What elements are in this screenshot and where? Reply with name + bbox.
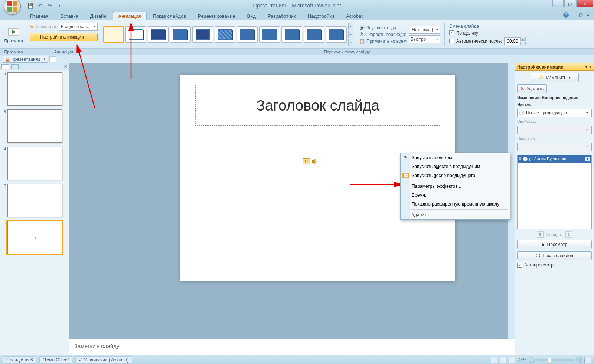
transition-none[interactable] xyxy=(103,26,124,43)
context-menu-item[interactable]: Время... xyxy=(401,191,510,200)
thumb-num: 3 xyxy=(1,109,6,143)
move-down-button[interactable]: ⬇ xyxy=(565,231,572,238)
slide-thumbnail[interactable] xyxy=(7,109,62,143)
ribbon-tabs: Главная Вставка Дизайн Анимация Показ сл… xyxy=(0,11,594,20)
animation-settings-button[interactable]: ✨ Настройка анимации xyxy=(30,33,98,41)
slide-thumbnail[interactable] xyxy=(7,184,62,217)
slide-thumbnail[interactable] xyxy=(7,221,62,254)
spellcheck-icon: ✓ xyxy=(79,357,82,363)
speed-combo[interactable]: Быстро▾ xyxy=(409,35,440,43)
gallery-up[interactable]: ▴ xyxy=(348,23,353,30)
sound-combo[interactable]: [Нет звука]▾ xyxy=(409,26,440,34)
transition-2[interactable] xyxy=(148,26,169,43)
qat-dropdown-icon[interactable]: ▾ xyxy=(56,2,63,9)
star-change-icon: ✨ xyxy=(538,75,544,80)
tab-addins[interactable]: Надстройки xyxy=(302,12,340,20)
animation-list[interactable]: 0 🕒 ▷ Лидия Русланова ... ▾ xyxy=(517,155,592,229)
sound-object[interactable]: 0 xyxy=(303,158,318,165)
tab-home[interactable]: Главная xyxy=(25,12,54,20)
tab-review[interactable]: Рецензирование xyxy=(192,12,241,20)
slideshow-button[interactable]: 🖵 Показ слайдов xyxy=(517,251,592,260)
play-preview-button[interactable]: ▶ Просмотр xyxy=(517,240,592,249)
tab-slideshow[interactable]: Показ слайдов xyxy=(147,12,192,20)
title-placeholder[interactable]: Заголовок слайда xyxy=(195,85,440,126)
context-menu-item[interactable]: 🖱Запускать щелчком xyxy=(401,153,510,162)
context-menu-item[interactable]: Параметры эффектов... xyxy=(401,182,510,191)
doc-minimize-icon[interactable]: ─ xyxy=(570,12,576,18)
undo-icon[interactable]: ↶ xyxy=(36,2,44,9)
fit-window-button[interactable] xyxy=(584,357,591,363)
gallery-more[interactable]: ≡ xyxy=(348,39,353,46)
maximize-button[interactable]: ▢ xyxy=(564,0,575,7)
on-click-checkbox[interactable]: ✓По щелчку xyxy=(449,30,526,36)
close-button[interactable]: ✕ xyxy=(576,0,593,7)
language-indicator[interactable]: ✓ Украинский (Украина) xyxy=(75,356,132,364)
animation-context-menu: 🖱Запускать щелчкомЗапускать вместе с пре… xyxy=(400,153,510,220)
preview-button[interactable]: Просмотр xyxy=(2,25,25,44)
context-menu-item[interactable]: Запускать вместе с предыдущим xyxy=(401,162,510,171)
context-menu-item[interactable]: Удалить xyxy=(401,210,510,219)
animation-list-item[interactable]: 0 🕒 ▷ Лидия Русланова ... ▾ xyxy=(518,155,591,163)
animation-combo[interactable]: В ходе посл...▾ xyxy=(59,23,98,31)
auto-after-checkbox[interactable] xyxy=(449,39,454,43)
zoom-slider[interactable] xyxy=(537,359,574,361)
transition-9[interactable] xyxy=(304,26,324,43)
slide-thumbnail[interactable] xyxy=(7,147,62,180)
speaker-icon: 🔊 xyxy=(359,25,365,30)
context-menu-item[interactable]: Показать расширенную временную шкалу xyxy=(401,200,510,209)
play-tiny-icon: ▷ xyxy=(529,157,532,161)
slide-thumbnail[interactable] xyxy=(7,72,62,106)
modification-section: Изменение: Воспроизведение xyxy=(517,95,592,100)
tab-developer[interactable]: Разработчик xyxy=(262,12,301,20)
transition-7[interactable] xyxy=(259,26,280,43)
sorter-view-button[interactable] xyxy=(500,357,506,363)
transition-1[interactable] xyxy=(125,26,146,43)
tab-view[interactable]: Вид xyxy=(241,12,261,20)
apply-icon: 📋 xyxy=(359,39,365,44)
tab-design[interactable]: Дизайн xyxy=(85,12,112,20)
doc-tab-close-icon[interactable]: ✕ xyxy=(42,57,45,62)
zoom-out-button[interactable]: − xyxy=(529,357,535,363)
normal-view-button[interactable] xyxy=(491,357,497,363)
apply-all-button[interactable]: 📋 Применить ко всем xyxy=(359,39,407,44)
save-icon[interactable]: 💾 xyxy=(27,2,34,9)
new-doc-button[interactable] xyxy=(49,56,56,62)
transition-3[interactable] xyxy=(170,26,191,43)
tab-acrobat[interactable]: Acrobat xyxy=(340,12,368,20)
animation-item-dropdown[interactable]: ▾ xyxy=(585,157,590,161)
outline-tab-button[interactable] xyxy=(11,64,19,69)
redo-icon[interactable]: ↷ xyxy=(46,2,53,9)
tab-insert[interactable]: Вставка xyxy=(55,12,84,20)
transition-8[interactable] xyxy=(281,26,302,43)
slide-counter[interactable]: Слайд 6 из 6 xyxy=(3,356,36,364)
gallery-down[interactable]: ▾ xyxy=(348,31,353,38)
help-icon[interactable]: ? xyxy=(563,12,569,18)
auto-after-time-input[interactable]: ▴▾ xyxy=(504,37,526,45)
transition-5[interactable] xyxy=(215,26,235,43)
panel-close-icon[interactable]: ✕ xyxy=(64,64,67,69)
tab-animations[interactable]: Анимация xyxy=(113,12,147,20)
transition-4[interactable] xyxy=(192,26,213,43)
change-effect-button[interactable]: ✨ Изменить ▾ xyxy=(531,73,579,82)
theme-indicator[interactable]: "Тема Office" xyxy=(39,356,72,364)
delete-effect-button[interactable]: ✖ Удалить xyxy=(517,84,547,93)
taskpane-close-icon[interactable]: ✕ xyxy=(589,65,592,69)
notes-pane[interactable]: Заметки к слайду xyxy=(69,339,515,355)
transition-6[interactable] xyxy=(237,26,258,43)
clock-icon: 🕒 xyxy=(402,173,409,178)
zoom-value[interactable]: 77% xyxy=(518,357,526,363)
taskpane-menu-icon[interactable]: ▾ xyxy=(585,65,587,69)
context-menu-item[interactable]: 🕒Запускать после предыдущего xyxy=(401,171,510,180)
move-up-button[interactable]: ⬆ xyxy=(537,231,544,238)
doc-restore-icon[interactable]: ▢ xyxy=(578,12,584,18)
document-tab[interactable]: ▦ Презентация1 ✕ xyxy=(3,56,48,63)
zoom-in-button[interactable]: + xyxy=(576,357,582,363)
start-combo[interactable]: 🕒После предыдущего ▾ xyxy=(517,109,592,117)
autopreview-checkbox[interactable]: ✓ Автопросмотр xyxy=(517,262,592,268)
slides-tab-button[interactable] xyxy=(1,64,9,69)
transition-10[interactable] xyxy=(326,26,347,43)
minimize-button[interactable]: ─ xyxy=(552,0,564,7)
thumb-num: 4 xyxy=(1,147,6,180)
slideshow-view-button[interactable] xyxy=(509,357,515,363)
doc-close-icon[interactable]: ✕ xyxy=(585,12,591,18)
